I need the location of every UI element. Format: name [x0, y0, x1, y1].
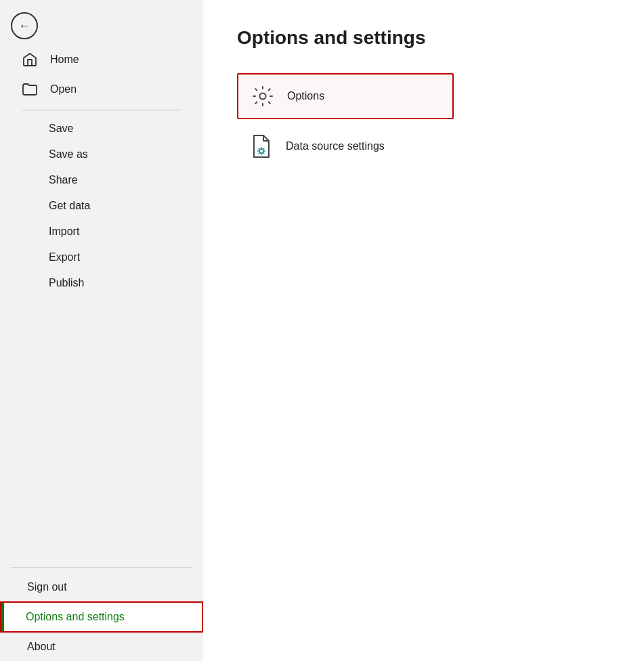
sidebar-item-save-as-label: Save as	[49, 148, 88, 160]
sidebar-item-sign-out-label: Sign out	[27, 581, 67, 593]
sidebar-top: ← Home Open Save	[0, 0, 203, 296]
sidebar-item-publish[interactable]: Publish	[11, 270, 192, 296]
sidebar-item-import[interactable]: Import	[11, 219, 192, 244]
options-card[interactable]: Options	[237, 73, 454, 119]
sidebar-item-home[interactable]: Home	[11, 45, 192, 74]
sidebar-item-import-label: Import	[49, 226, 79, 237]
sidebar-bottom: Sign out Options and settings About	[0, 561, 203, 661]
svg-point-0	[260, 93, 266, 100]
bottom-divider	[11, 567, 192, 568]
sidebar-item-get-data[interactable]: Get data	[11, 193, 192, 219]
data-source-settings-label: Data source settings	[286, 140, 385, 152]
sidebar-item-open[interactable]: Open	[11, 74, 192, 104]
sidebar-item-options-and-settings[interactable]: Options and settings	[0, 601, 203, 633]
sidebar-item-export[interactable]: Export	[11, 244, 192, 270]
sidebar-item-home-label: Home	[50, 54, 79, 66]
active-indicator	[1, 603, 4, 631]
sidebar-item-about[interactable]: About	[0, 633, 203, 661]
page-title: Options and settings	[237, 27, 610, 49]
sidebar-item-save-as[interactable]: Save as	[11, 142, 192, 167]
sidebar-item-publish-label: Publish	[49, 277, 84, 289]
data-source-settings-card[interactable]: Data source settings	[237, 125, 454, 168]
sidebar-item-open-label: Open	[50, 83, 77, 95]
back-arrow-icon: ←	[18, 20, 30, 32]
main-content: Options and settings Options Data source…	[203, 0, 644, 661]
sidebar-item-sign-out[interactable]: Sign out	[0, 573, 203, 601]
sidebar-item-export-label: Export	[49, 251, 80, 263]
home-icon	[22, 51, 41, 68]
sidebar-item-save-label: Save	[49, 123, 73, 134]
sidebar-item-options-and-settings-label: Options and settings	[26, 611, 125, 622]
sidebar: ← Home Open Save	[0, 0, 203, 661]
sidebar-item-about-label: About	[27, 641, 56, 652]
folder-icon	[22, 81, 41, 98]
sidebar-item-share-label: Share	[49, 174, 78, 186]
data-source-icon	[249, 134, 274, 158]
options-label: Options	[287, 90, 324, 102]
sidebar-item-save[interactable]: Save	[11, 116, 192, 142]
sidebar-item-get-data-label: Get data	[49, 200, 90, 211]
sidebar-item-share[interactable]: Share	[11, 167, 192, 193]
nav-divider	[22, 110, 181, 110]
gear-icon	[251, 84, 275, 108]
back-button[interactable]: ←	[11, 12, 38, 39]
